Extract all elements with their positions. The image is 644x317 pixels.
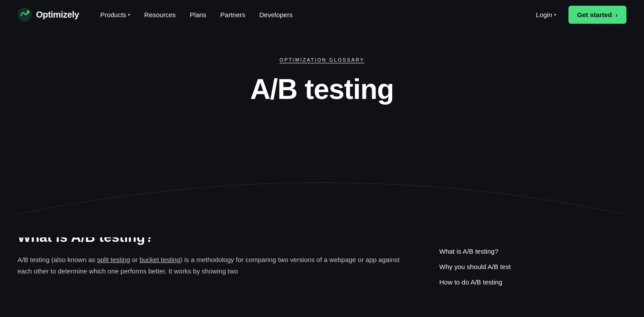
content-section: What is A/B testing? A/B testing (also k…: [0, 229, 644, 310]
logo-text: Optimizely: [36, 10, 79, 20]
nav-left: Optimizely Products ▾ Resources Plans Pa…: [18, 7, 298, 22]
nav-developers[interactable]: Developers: [254, 7, 298, 22]
toc-item-why[interactable]: Why you should A/B test: [439, 262, 562, 271]
svg-point-1: [27, 11, 29, 13]
toc-item-how[interactable]: How to do A/B testing: [439, 277, 562, 287]
section-body: A/B testing (also known as split testing…: [18, 254, 413, 277]
glossary-link[interactable]: OPTIMIZATION GLOSSARY: [279, 57, 364, 62]
nav-resources[interactable]: Resources: [139, 7, 181, 22]
get-started-button[interactable]: Get started ›: [568, 6, 626, 24]
navbar: Optimizely Products ▾ Resources Plans Pa…: [0, 0, 644, 29]
logo-icon: [18, 7, 32, 22]
logo[interactable]: Optimizely: [18, 7, 79, 22]
arc-decoration: [18, 114, 626, 237]
main-content: What is A/B testing? A/B testing (also k…: [18, 229, 413, 293]
chevron-down-icon: ▾: [128, 12, 130, 17]
hero-title: A/B testing: [18, 73, 626, 106]
hero-section: OPTIMIZATION GLOSSARY A/B testing: [0, 29, 644, 237]
nav-partners[interactable]: Partners: [215, 7, 251, 22]
split-testing-link[interactable]: split testing: [97, 256, 130, 263]
table-of-contents: TABLE OF CONTENTS What is A/B testing? W…: [439, 229, 562, 293]
arc-svg: [18, 114, 626, 237]
chevron-down-icon: ▾: [554, 12, 556, 17]
arrow-right-icon: ›: [615, 11, 618, 18]
toc-item-what-is[interactable]: What is A/B testing?: [439, 247, 562, 256]
nav-links: Products ▾ Resources Plans Partners Deve…: [95, 7, 298, 22]
bucket-testing-link[interactable]: bucket testing: [140, 256, 181, 263]
nav-products[interactable]: Products ▾: [95, 7, 135, 22]
nav-plans[interactable]: Plans: [185, 7, 212, 22]
nav-right: Login ▾ Get started ›: [531, 6, 626, 24]
login-button[interactable]: Login ▾: [531, 7, 561, 22]
